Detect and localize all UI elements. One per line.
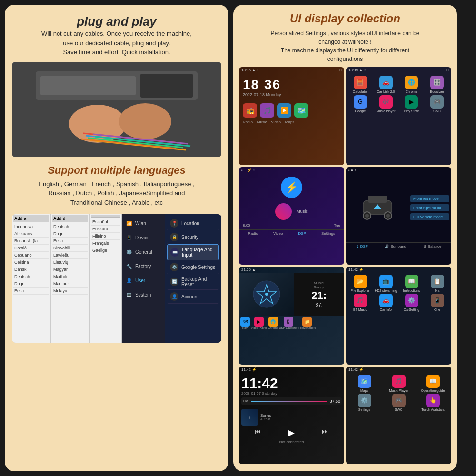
navi-app[interactable]: 🗺 Navi xyxy=(240,317,250,329)
settings-system[interactable]: 💻 System xyxy=(123,288,163,301)
touch-assistant-icon: 👆 xyxy=(426,394,440,407)
lang-item[interactable]: Melayu xyxy=(52,288,88,295)
app-other[interactable]: 📱 Che xyxy=(425,294,449,311)
full-vehicle-mode[interactable]: Full vehicle mode xyxy=(410,213,449,220)
app-carlink[interactable]: 🚗 Car Link 2.0 xyxy=(374,76,398,93)
navi-label: Navi xyxy=(242,327,248,329)
lang-item[interactable]: Lietuvių xyxy=(52,259,88,266)
front-right-mode[interactable]: Front right mode xyxy=(410,204,449,211)
lang-item[interactable]: Filipino xyxy=(91,233,120,240)
lang-item[interactable]: Deutsch xyxy=(52,223,88,230)
lang-item[interactable]: Français xyxy=(91,240,120,247)
lang-item[interactable]: Català xyxy=(13,245,49,252)
device-icon: 📱 xyxy=(125,234,133,241)
app-car-setting[interactable]: ⚙️ CarSetting xyxy=(399,294,424,311)
lang-item[interactable]: Eesti xyxy=(52,238,88,245)
dsp-eq-app[interactable]: 🎛 DSP Equalizer xyxy=(279,317,298,329)
settings-device[interactable]: 📱 Device xyxy=(123,231,163,244)
hd2-label: HD2 streaming xyxy=(375,289,397,292)
video-player-icon: ▶ xyxy=(254,317,264,327)
surround-tab[interactable]: 🔊 Surround xyxy=(385,244,406,248)
prev-btn[interactable]: ⏮ xyxy=(255,427,261,438)
app-car-info[interactable]: 🚗 Car Info xyxy=(374,294,398,311)
app-chrome[interactable]: 🌐 Chrome xyxy=(400,76,424,93)
app-bt-music[interactable]: 🎵 BT Music xyxy=(348,294,372,311)
svg-point-17 xyxy=(365,214,369,218)
equalizer-icon: 🎛️ xyxy=(430,76,444,89)
app-grid-2: 📂 File Explorer 📺 HD2 streaming 📖 Instru… xyxy=(346,273,451,313)
maps-icon-btn[interactable]: 🗺️ xyxy=(294,103,308,118)
lang-item[interactable]: Čeština xyxy=(13,259,49,266)
bt-nav-dsp: DSP xyxy=(298,231,306,236)
lang-item[interactable]: Magyar xyxy=(52,266,88,273)
balance-tab[interactable]: 🎚 Balance xyxy=(423,244,441,248)
lang-item[interactable]: Manipuri xyxy=(52,280,88,288)
settings-security[interactable]: 🔒 Security xyxy=(167,230,219,244)
settings-backup[interactable]: 🔄 Backup And Reset xyxy=(167,274,219,290)
security-label: Security xyxy=(181,235,198,240)
google-icon: ⚙️ xyxy=(170,263,178,271)
settings-account[interactable]: 👤 Account xyxy=(167,290,219,304)
settings-google[interactable]: ⚙️ Google Settings xyxy=(167,260,219,274)
google-app-label: Google xyxy=(355,109,366,113)
lang-item[interactable]: Bosanski (la xyxy=(13,238,49,245)
app-operation-guide[interactable]: 📖 Operation guide xyxy=(416,375,449,392)
app-calculator[interactable]: 🧮 Calculator xyxy=(348,76,372,93)
app-equalizer[interactable]: 🎛️ Equalizer xyxy=(425,76,449,93)
lang-item[interactable]: Dogri xyxy=(52,230,88,238)
video-player-app[interactable]: ▶ Video Player xyxy=(251,317,267,329)
app-swc-2[interactable]: 🎮 SWC xyxy=(382,394,415,411)
lang-item[interactable]: Maithili xyxy=(52,273,88,280)
app-music-player-2[interactable]: 🎵 Music Player xyxy=(382,375,415,392)
app-touch-assistant[interactable]: 👆 Touch Assistant xyxy=(416,394,449,411)
lang-item[interactable]: Deutsch xyxy=(13,273,49,280)
app-playstore[interactable]: ▶ Play Store xyxy=(400,95,424,113)
app-settings-2[interactable]: ⚙️ Settings xyxy=(348,394,381,411)
app-swc[interactable]: 🎮 SWC xyxy=(425,95,449,113)
video-icon-btn[interactable]: ▶️ xyxy=(277,103,291,118)
settings-left-menu: 📶 Wlan 📱 Device ⚙️ General 🔧 Factory xyxy=(122,214,165,343)
svg-point-5 xyxy=(119,103,171,139)
app-file-explorer[interactable]: 📂 File Explorer xyxy=(348,275,372,292)
ui-grid: 18:36 ▲ ↕ □ 18 36 2022-07-18 Monday 📻 🎵 … xyxy=(239,67,451,464)
bluetooth-icon: ⚡ xyxy=(281,177,302,198)
lang-item[interactable]: Indonesia xyxy=(13,223,49,230)
app-music-player[interactable]: 🎶 Music Player xyxy=(374,95,398,113)
account-label: Account xyxy=(181,294,198,299)
chrome-app-5[interactable]: 🌐 Chrome xyxy=(268,317,278,329)
app-maps[interactable]: 🗺️ Maps xyxy=(348,375,381,392)
lang-item[interactable]: Cebuano xyxy=(13,252,49,259)
lang-item[interactable]: Latviešu xyxy=(52,252,88,259)
lang-item[interactable]: Eesti xyxy=(13,288,49,295)
play-btn[interactable]: ▶ xyxy=(288,427,295,438)
car-info-icon: 🚗 xyxy=(379,294,393,307)
equalizer-label: Equalizer xyxy=(430,90,444,93)
front-left-mode[interactable]: Front left mode xyxy=(410,195,449,202)
settings-factory[interactable]: 🔧 Factory xyxy=(123,259,163,273)
status-bar-6: 11:42 ⚡ xyxy=(346,267,451,273)
music-icon-btn[interactable]: 🎵 xyxy=(260,103,274,118)
app-hd2[interactable]: 📺 HD2 streaming xyxy=(374,275,398,292)
settings-location[interactable]: 📍 Location xyxy=(167,217,219,230)
music-controls: Music xyxy=(239,202,344,221)
chrome-label-5: Chrome xyxy=(268,327,278,329)
dsp-tab[interactable]: ↯ DSP xyxy=(356,244,368,248)
lang-item[interactable]: Dogri xyxy=(13,280,49,288)
lang-item[interactable]: Español xyxy=(91,218,120,226)
settings-wlan[interactable]: 📶 Wlan xyxy=(123,217,163,230)
lang-item[interactable]: Gaeilge xyxy=(91,247,120,254)
lang-item[interactable]: Kiswahili xyxy=(52,245,88,252)
lang-item[interactable]: Dansk xyxy=(13,266,49,273)
app-more[interactable]: 📋 Ma xyxy=(425,275,449,292)
app-instructions[interactable]: 📖 Instructions xyxy=(399,275,424,292)
lang-item[interactable]: Euskara xyxy=(91,226,120,233)
lang-item[interactable]: Afrikaans xyxy=(13,230,49,238)
app-google[interactable]: G Google xyxy=(348,95,372,113)
bt-nav-radio: Radio xyxy=(248,231,258,236)
settings-user[interactable]: 👤 User xyxy=(123,274,163,287)
next-btn[interactable]: ⏭ xyxy=(322,427,328,438)
settings-general[interactable]: ⚙️ General xyxy=(123,245,163,258)
radio-icon-btn[interactable]: 📻 xyxy=(243,103,257,118)
file-mgr-app[interactable]: 📁 FileManagers xyxy=(298,317,316,329)
settings-language-input[interactable]: ⌨️ Lanquage And Input xyxy=(167,244,219,260)
